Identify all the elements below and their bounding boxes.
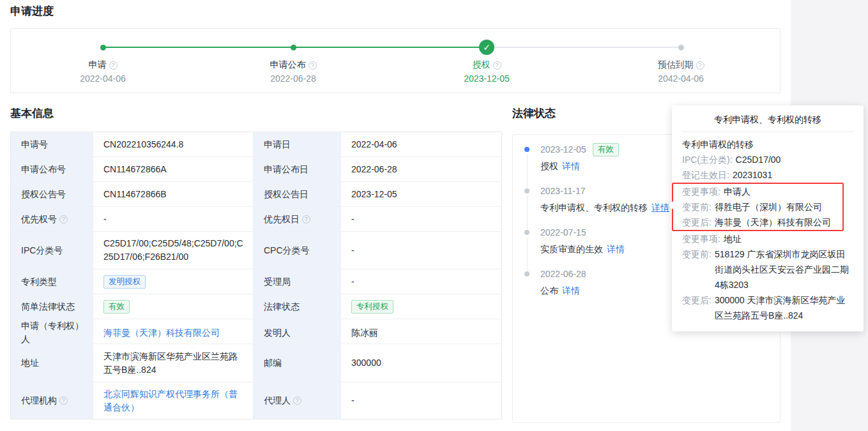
priority-number: - [93, 207, 253, 231]
help-icon[interactable]: ? [59, 215, 68, 223]
timeline-dot-icon [524, 230, 529, 235]
field-label: 变更后: [682, 292, 712, 323]
detail-link[interactable]: 详情 [607, 244, 625, 254]
help-icon[interactable]: ? [493, 61, 501, 70]
progress-step-expiry: 预估到期? 2042-04-06 [630, 58, 732, 86]
timeline-dot-icon [524, 188, 529, 193]
table-row: 地址 天津市滨海新区华苑产业区兰苑路五号B座..824 邮编 300000 [11, 344, 501, 382]
row-label: 申请日 [253, 132, 340, 156]
step-label: 申请 [89, 59, 107, 70]
help-icon[interactable]: ? [109, 61, 118, 70]
applicant-link[interactable]: 海菲曼（天津）科技有限公司 [103, 326, 220, 340]
address-before-value: 518129 广东省深圳市龙岗区坂田街道岗头社区天安云谷产业园二期4栋3203 [715, 246, 853, 292]
row-label-text: 代理机构 [21, 394, 57, 407]
popup-subtitle: 专利申请权的转移 [682, 137, 853, 152]
step-date: 2022-06-28 [242, 72, 344, 86]
table-row: 代理机构? 北京同辉知识产权代理事务所（普通合伙） 代理人? - [11, 382, 501, 419]
table-row: 申请（专利权）人 海菲曼（天津）科技有限公司 发明人 陈冰丽 [11, 319, 501, 344]
field-label: 变更前: [682, 246, 712, 292]
step-date: 2023-12-05 [436, 72, 538, 86]
table-row: IPC分类号 C25D17/00;C25D5/48;C25D7/00;C25D1… [11, 232, 501, 269]
help-icon[interactable]: ? [308, 61, 317, 70]
table-row: 申请公布号 CN114672866A 申请公布日 2022-06-28 [11, 157, 501, 182]
row-label: 优先权日? [253, 207, 340, 231]
legal-status-section-title: 法律状态 [512, 106, 556, 121]
help-icon[interactable]: ? [59, 397, 68, 405]
help-icon[interactable]: ? [302, 215, 310, 223]
field-label: IPC(主分类): [682, 152, 733, 167]
timeline-dot-icon [524, 147, 529, 152]
legal-item-text: 公布 [540, 285, 558, 296]
row-label: 邮编 [253, 344, 340, 382]
table-row: 授权公告号 CN114672866B 授权公告日 2023-12-05 [11, 182, 501, 207]
popup-field: 变更后: 海菲曼（天津）科技有限公司 [682, 215, 840, 230]
row-label: 申请号 [11, 132, 93, 156]
row-label: 简单法律状态 [11, 294, 93, 319]
row-label: 授权公告日 [253, 182, 340, 206]
agent-value: - [340, 382, 501, 419]
row-label: 申请（专利权）人 [11, 319, 93, 346]
row-label: 法律状态 [253, 294, 340, 319]
change-after-value: 海菲曼（天津）科技有限公司 [715, 215, 840, 230]
step-label: 预估到期 [658, 59, 694, 70]
table-row: 简单法律状态 有效 法律状态 专利授权 [11, 294, 501, 319]
detail-link[interactable]: 详情 [562, 285, 580, 296]
row-label: 申请公布号 [11, 157, 93, 181]
address-after-value: 300000 天津市滨海新区华苑产业区兰苑路五号B座..824 [715, 292, 853, 323]
timeline-dot-icon [524, 271, 529, 276]
ipc-classification: C25D17/00;C25D5/48;C25D7/00;C25D17/06;F2… [93, 232, 253, 269]
cpc-classification: - [340, 232, 501, 269]
row-label-text: 优先权号 [21, 213, 57, 226]
progress-node-expiry [678, 45, 684, 50]
publication-date: 2022-06-28 [340, 157, 501, 181]
field-label: 变更前: [682, 199, 712, 215]
grant-date: 2023-12-05 [340, 182, 501, 206]
applicant-cell: 海菲曼（天津）科技有限公司 [93, 319, 253, 346]
popup-field: 变更前: 518129 广东省深圳市龙岗区坂田街道岗头社区天安云谷产业园二期4栋… [682, 246, 853, 292]
highlight-red-box: 变更事项: 申请人 变更前: 得胜电子（深圳）有限公司 变更后: 海菲曼（天津）… [672, 183, 844, 231]
change-before-value: 得胜电子（深圳）有限公司 [715, 199, 840, 215]
legal-status-value: 专利授权 [340, 294, 501, 319]
popup-field: 变更事项: 申请人 [682, 184, 840, 199]
basic-info-section-title: 基本信息 [10, 106, 54, 121]
detail-link[interactable]: 详情 [562, 161, 580, 171]
popup-field: 变更事项: 地址 [682, 231, 853, 246]
row-label-text: 优先权日 [264, 213, 300, 226]
agency-link[interactable]: 北京同辉知识产权代理事务所（普通合伙） [103, 388, 244, 414]
field-label: 变更事项: [682, 231, 720, 246]
step-label: 申请公布 [270, 59, 306, 70]
legal-item-text: 授权 [540, 161, 558, 171]
help-icon[interactable]: ? [696, 61, 704, 70]
progress-node-publish [291, 45, 296, 50]
postcode-value: 300000 [340, 344, 501, 382]
popup-field: 登记生效日: 20231031 [682, 167, 853, 183]
table-row: 专利类型 发明授权 受理局 - [11, 269, 501, 294]
row-label: 代理人? [253, 382, 340, 419]
receiving-office: - [340, 269, 501, 294]
row-label: 优先权号? [11, 207, 93, 231]
row-label: 申请公布日 [253, 157, 340, 181]
valid-status-badge: 有效 [593, 143, 619, 156]
patent-type: 发明授权 [93, 269, 253, 294]
inventor-name: 陈冰丽 [340, 319, 501, 346]
field-label: 变更后: [682, 215, 712, 230]
detail-link[interactable]: 详情 [651, 202, 669, 213]
row-label: 授权公告号 [11, 182, 93, 206]
progress-node-granted-check-icon: ✓ [479, 40, 494, 55]
row-label: 代理机构? [11, 382, 93, 419]
table-row: 申请号 CN202210356244.8 申请日 2022-04-06 [11, 132, 501, 157]
change-item-value: 地址 [724, 231, 853, 246]
agency-cell: 北京同辉知识产权代理事务所（普通合伙） [93, 382, 253, 419]
row-label: 发明人 [253, 319, 340, 346]
progress-section-title: 申请进度 [10, 4, 54, 19]
popup-field: 变更前: 得胜电子（深圳）有限公司 [682, 199, 840, 215]
legal-item-date: 2023-11-17 [540, 186, 586, 196]
table-row: 优先权号? - 优先权日? - [11, 207, 501, 232]
progress-step-apply: 申请? 2022-04-06 [52, 58, 154, 86]
ipc-main-class-value: C25D17/00 [736, 152, 853, 167]
simple-legal-status: 有效 [93, 294, 253, 319]
row-label: IPC分类号 [11, 232, 93, 269]
help-icon[interactable]: ? [293, 397, 301, 405]
granted-status-badge: 专利授权 [351, 300, 393, 314]
popup-title: 专利申请权、专利权的转移 [682, 113, 853, 132]
